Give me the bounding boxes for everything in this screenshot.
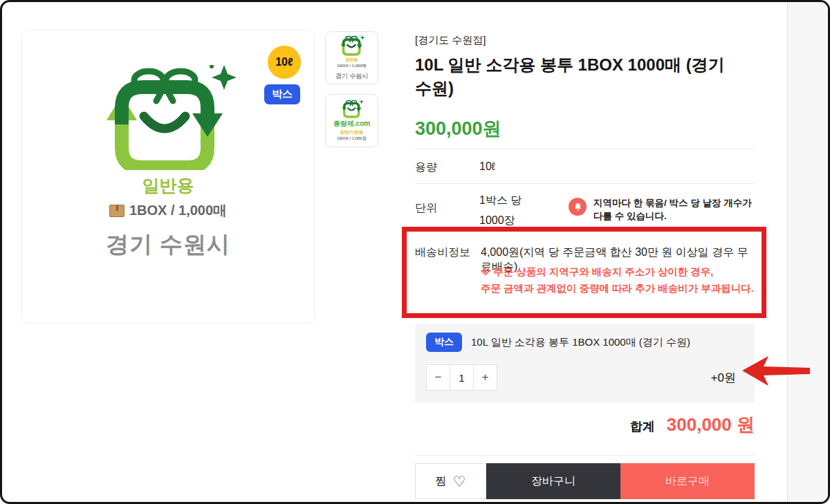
divider xyxy=(415,455,755,456)
divider xyxy=(415,183,755,184)
unit-notice-text: 지역마다 한 묶음/ 박스 당 낱장 개수가 다를 수 있습니다. xyxy=(593,196,752,223)
capacity-value: 10ℓ xyxy=(479,160,495,173)
unit-notice: 지역마다 한 묶음/ 박스 당 낱장 개수가 다를 수 있습니다. xyxy=(569,196,752,223)
total-amount: 300,000 원 xyxy=(667,413,755,437)
box-quantity-line: 1BOX / 1,000매 xyxy=(22,201,314,220)
quantity-stepper: − 1 + xyxy=(426,364,497,391)
unit-value-line1: 1박스 당 xyxy=(479,190,522,210)
shipping-note-line1: ※ 주문 상품의 지역구와 배송지 주소가 상이한 경우, xyxy=(481,265,713,279)
wishlist-label: 찜 xyxy=(436,474,447,489)
package-box-icon xyxy=(109,205,124,217)
capacity-label: 용량 xyxy=(415,160,437,175)
unit-value: 1박스 당 1000장 xyxy=(479,190,522,230)
option-header: 박스 10L 일반 소각용 봉투 1BOX 1000매 (경기 수원) xyxy=(426,333,690,352)
thumbnail-2-type: 일반(가정)용 xyxy=(340,129,364,136)
shipping-label: 배송비정보 xyxy=(415,245,470,260)
thumbnail-1-qty: 1BOX / 1,000매 xyxy=(337,63,366,69)
selected-option-box: 박스 10L 일반 소각용 봉투 1BOX 1000매 (경기 수원) − 1 … xyxy=(415,324,755,403)
page-right-gutter xyxy=(787,2,830,502)
brand-logo-block: 일반용 1BOX / 1,000매 경기 수원시 xyxy=(22,65,314,261)
add-to-cart-button[interactable]: 장바구니 xyxy=(486,463,620,499)
wishlist-button[interactable]: 찜 ♡ xyxy=(415,463,486,499)
store-name: [경기도 수원점] xyxy=(415,34,486,47)
box-quantity-text: 1BOX / 1,000매 xyxy=(129,201,227,220)
product-page: 10ℓ 박스 일반용 1BOX / 1,000매 경기 수원시 일반용 1BOX… xyxy=(0,0,830,504)
divider xyxy=(415,149,755,149)
thumbnail-1-logo-icon xyxy=(338,35,366,56)
action-buttons: 찜 ♡ 장바구니 바로구매 xyxy=(415,463,755,499)
total-row: 합계 300,000 원 xyxy=(630,413,755,437)
buy-now-button[interactable]: 바로구매 xyxy=(620,463,755,499)
option-extra-price: +0원 xyxy=(711,370,736,386)
thumbnail-1-city: 경기 수원시 xyxy=(335,72,369,81)
total-label: 합계 xyxy=(630,418,655,435)
logo-type-label: 일반용 xyxy=(22,174,314,197)
product-main-image[interactable]: 10ℓ 박스 일반용 1BOX / 1,000매 경기 수원시 xyxy=(21,30,315,324)
quantity-value[interactable]: 1 xyxy=(450,364,474,391)
thumbnail-2-site: 종량제.com xyxy=(333,119,370,129)
shipping-note-line2: 주문 금액과 관계없이 중량에 따라 추가 배송비가 부과됩니다. xyxy=(481,282,754,295)
unit-value-line2: 1000장 xyxy=(479,210,522,230)
option-name: 10L 일반 소각용 봉투 1BOX 1000매 (경기 수원) xyxy=(471,336,690,349)
unit-label: 단위 xyxy=(415,201,437,216)
bell-icon xyxy=(569,198,587,216)
product-price: 300,000원 xyxy=(415,116,501,141)
thumbnail-1[interactable]: 일반용 1BOX / 1,000매 경기 수원시 xyxy=(325,31,378,84)
heart-icon: ♡ xyxy=(453,474,466,489)
region-name: 경기 수원시 xyxy=(22,230,314,261)
thumbnail-1-type: 일반용 xyxy=(346,57,358,63)
quantity-increase-button[interactable]: + xyxy=(473,364,497,391)
quantity-decrease-button[interactable]: − xyxy=(426,364,450,391)
thumbnail-2[interactable]: 종량제.com 일반(가정)용 1BOX / 1,000장 xyxy=(325,94,378,147)
gift-recycle-logo-icon xyxy=(95,65,241,170)
thumbnail-2-qty: 1BOX / 1,000장 xyxy=(337,136,366,142)
product-title: 10L 일반 소각용 봉투 1BOX 1000매 (경기 수원) xyxy=(415,53,740,100)
thumbnail-2-logo-icon xyxy=(340,100,365,118)
option-box-badge: 박스 xyxy=(426,333,462,352)
